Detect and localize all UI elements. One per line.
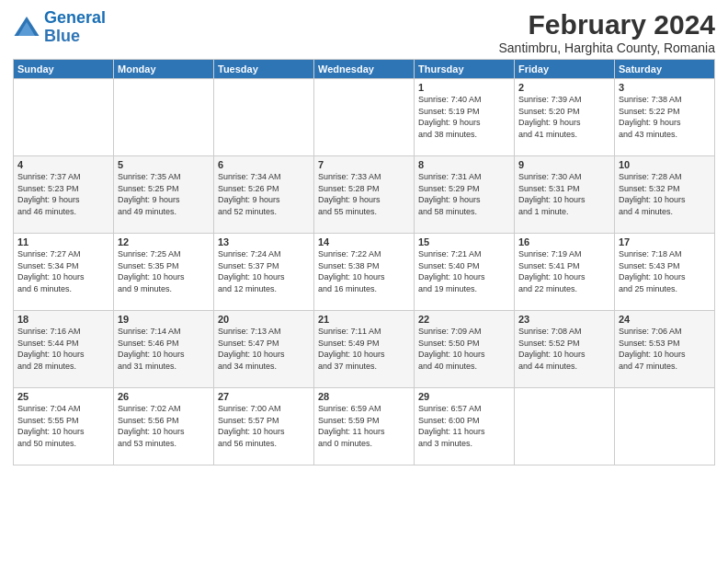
day-number: 13 [218, 236, 310, 247]
day-info: Sunrise: 7:08 AMSunset: 5:52 PMDaylight:… [518, 326, 610, 372]
day-number: 16 [518, 236, 610, 247]
calendar-cell [214, 79, 314, 156]
day-info: Sunrise: 6:57 AMSunset: 6:00 PMDaylight:… [418, 403, 510, 449]
day-number: 19 [118, 314, 210, 325]
day-info: Sunrise: 7:24 AMSunset: 5:37 PMDaylight:… [218, 248, 310, 294]
day-info: Sunrise: 7:40 AMSunset: 5:19 PMDaylight:… [418, 94, 510, 140]
logo: General Blue [13, 9, 106, 46]
day-info: Sunrise: 7:04 AMSunset: 5:55 PMDaylight:… [17, 403, 109, 449]
header-wednesday: Wednesday [314, 60, 415, 79]
calendar-cell: 12Sunrise: 7:25 AMSunset: 5:35 PMDayligh… [114, 234, 214, 311]
calendar-cell: 22Sunrise: 7:09 AMSunset: 5:50 PMDayligh… [415, 311, 515, 388]
calendar-cell: 23Sunrise: 7:08 AMSunset: 5:52 PMDayligh… [515, 311, 615, 388]
day-info: Sunrise: 7:30 AMSunset: 5:31 PMDaylight:… [518, 171, 610, 217]
day-number: 7 [318, 159, 410, 170]
header-thursday: Thursday [415, 60, 515, 79]
day-number: 14 [318, 236, 410, 247]
calendar-cell: 1Sunrise: 7:40 AMSunset: 5:19 PMDaylight… [415, 79, 515, 156]
calendar-cell: 11Sunrise: 7:27 AMSunset: 5:34 PMDayligh… [14, 234, 114, 311]
day-number: 11 [17, 236, 109, 247]
day-number: 17 [619, 236, 711, 247]
day-number: 8 [418, 159, 510, 170]
calendar-cell [615, 388, 715, 465]
day-number: 6 [218, 159, 310, 170]
calendar-cell: 25Sunrise: 7:04 AMSunset: 5:55 PMDayligh… [14, 388, 114, 465]
day-info: Sunrise: 7:27 AMSunset: 5:34 PMDaylight:… [17, 248, 109, 294]
weekday-header-row: Sunday Monday Tuesday Wednesday Thursday… [14, 60, 715, 79]
main-container: General Blue February 2024 Santimbru, Ha… [0, 0, 728, 471]
day-info: Sunrise: 7:34 AMSunset: 5:26 PMDaylight:… [218, 171, 310, 217]
day-info: Sunrise: 7:35 AMSunset: 5:25 PMDaylight:… [118, 171, 210, 217]
day-info: Sunrise: 7:13 AMSunset: 5:47 PMDaylight:… [218, 326, 310, 372]
calendar-table: Sunday Monday Tuesday Wednesday Thursday… [13, 59, 715, 465]
calendar-cell: 8Sunrise: 7:31 AMSunset: 5:29 PMDaylight… [415, 156, 515, 234]
week-row-1: 1Sunrise: 7:40 AMSunset: 5:19 PMDaylight… [14, 79, 715, 156]
day-number: 21 [318, 314, 410, 325]
calendar-cell: 21Sunrise: 7:11 AMSunset: 5:49 PMDayligh… [314, 311, 415, 388]
day-info: Sunrise: 7:28 AMSunset: 5:32 PMDaylight:… [619, 171, 711, 217]
calendar-cell: 20Sunrise: 7:13 AMSunset: 5:47 PMDayligh… [214, 311, 314, 388]
day-number: 4 [17, 159, 109, 170]
header-tuesday: Tuesday [214, 60, 314, 79]
calendar-cell: 29Sunrise: 6:57 AMSunset: 6:00 PMDayligh… [415, 388, 515, 465]
calendar-cell: 24Sunrise: 7:06 AMSunset: 5:53 PMDayligh… [615, 311, 715, 388]
calendar-cell: 13Sunrise: 7:24 AMSunset: 5:37 PMDayligh… [214, 234, 314, 311]
day-number: 9 [518, 159, 610, 170]
day-number: 26 [118, 391, 210, 402]
day-number: 2 [518, 82, 610, 93]
day-info: Sunrise: 6:59 AMSunset: 5:59 PMDaylight:… [318, 403, 410, 449]
day-number: 18 [17, 314, 109, 325]
calendar-cell [314, 79, 415, 156]
day-info: Sunrise: 7:00 AMSunset: 5:57 PMDaylight:… [218, 403, 310, 449]
day-number: 25 [17, 391, 109, 402]
day-number: 15 [418, 236, 510, 247]
calendar-cell [114, 79, 214, 156]
calendar-cell: 28Sunrise: 6:59 AMSunset: 5:59 PMDayligh… [314, 388, 415, 465]
calendar-cell: 17Sunrise: 7:18 AMSunset: 5:43 PMDayligh… [615, 234, 715, 311]
day-info: Sunrise: 7:21 AMSunset: 5:40 PMDaylight:… [418, 248, 510, 294]
calendar-cell: 18Sunrise: 7:16 AMSunset: 5:44 PMDayligh… [14, 311, 114, 388]
day-info: Sunrise: 7:38 AMSunset: 5:22 PMDaylight:… [619, 94, 711, 140]
header-monday: Monday [114, 60, 214, 79]
week-row-5: 25Sunrise: 7:04 AMSunset: 5:55 PMDayligh… [14, 388, 715, 465]
day-info: Sunrise: 7:37 AMSunset: 5:23 PMDaylight:… [17, 171, 109, 217]
day-number: 23 [518, 314, 610, 325]
calendar-subtitle: Santimbru, Harghita County, Romania [498, 40, 715, 55]
day-info: Sunrise: 7:18 AMSunset: 5:43 PMDaylight:… [619, 248, 711, 294]
day-info: Sunrise: 7:31 AMSunset: 5:29 PMDaylight:… [418, 171, 510, 217]
day-number: 1 [418, 82, 510, 93]
day-number: 10 [619, 159, 711, 170]
week-row-2: 4Sunrise: 7:37 AMSunset: 5:23 PMDaylight… [14, 156, 715, 234]
calendar-cell: 3Sunrise: 7:38 AMSunset: 5:22 PMDaylight… [615, 79, 715, 156]
day-info: Sunrise: 7:14 AMSunset: 5:46 PMDaylight:… [118, 326, 210, 372]
day-info: Sunrise: 7:25 AMSunset: 5:35 PMDaylight:… [118, 248, 210, 294]
calendar-cell: 15Sunrise: 7:21 AMSunset: 5:40 PMDayligh… [415, 234, 515, 311]
calendar-cell [14, 79, 114, 156]
calendar-title: February 2024 [498, 9, 715, 40]
day-info: Sunrise: 7:11 AMSunset: 5:49 PMDaylight:… [318, 326, 410, 372]
calendar-cell: 4Sunrise: 7:37 AMSunset: 5:23 PMDaylight… [14, 156, 114, 234]
header-sunday: Sunday [14, 60, 114, 79]
day-number: 20 [218, 314, 310, 325]
day-info: Sunrise: 7:39 AMSunset: 5:20 PMDaylight:… [518, 94, 610, 140]
day-info: Sunrise: 7:02 AMSunset: 5:56 PMDaylight:… [118, 403, 210, 449]
calendar-cell: 14Sunrise: 7:22 AMSunset: 5:38 PMDayligh… [314, 234, 415, 311]
day-number: 22 [418, 314, 510, 325]
week-row-4: 18Sunrise: 7:16 AMSunset: 5:44 PMDayligh… [14, 311, 715, 388]
day-number: 5 [118, 159, 210, 170]
day-number: 28 [318, 391, 410, 402]
calendar-cell [515, 388, 615, 465]
day-number: 27 [218, 391, 310, 402]
header-friday: Friday [515, 60, 615, 79]
day-info: Sunrise: 7:09 AMSunset: 5:50 PMDaylight:… [418, 326, 510, 372]
day-info: Sunrise: 7:16 AMSunset: 5:44 PMDaylight:… [17, 326, 109, 372]
calendar-cell: 26Sunrise: 7:02 AMSunset: 5:56 PMDayligh… [114, 388, 214, 465]
calendar-cell: 16Sunrise: 7:19 AMSunset: 5:41 PMDayligh… [515, 234, 615, 311]
day-info: Sunrise: 7:06 AMSunset: 5:53 PMDaylight:… [619, 326, 711, 372]
header-saturday: Saturday [615, 60, 715, 79]
calendar-cell: 2Sunrise: 7:39 AMSunset: 5:20 PMDaylight… [515, 79, 615, 156]
day-number: 24 [619, 314, 711, 325]
calendar-cell: 27Sunrise: 7:00 AMSunset: 5:57 PMDayligh… [214, 388, 314, 465]
day-number: 29 [418, 391, 510, 402]
calendar-cell: 7Sunrise: 7:33 AMSunset: 5:28 PMDaylight… [314, 156, 415, 234]
